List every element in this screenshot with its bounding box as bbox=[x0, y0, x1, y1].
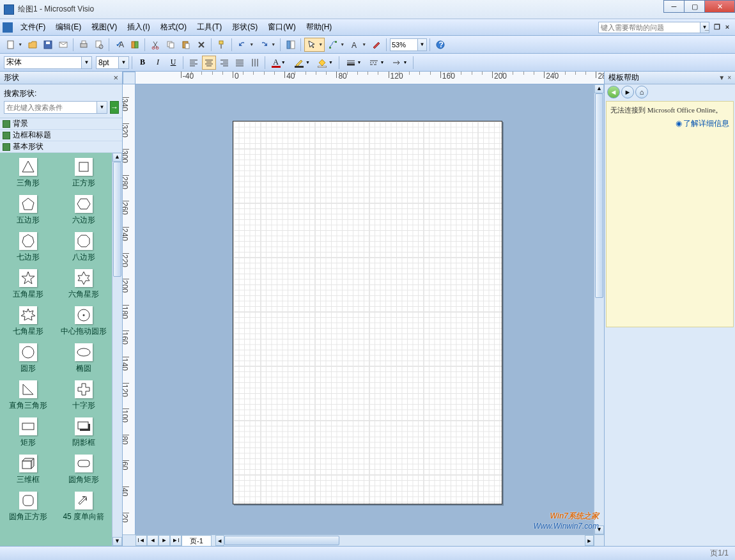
shape-item[interactable]: 五角星形 bbox=[1, 267, 56, 302]
font-size-input[interactable] bbox=[96, 56, 119, 69]
cut-button[interactable] bbox=[148, 38, 162, 52]
redo-button[interactable]: ▼ bbox=[257, 38, 277, 52]
align-justify-button[interactable] bbox=[233, 56, 247, 70]
shape-item[interactable]: 正方形 bbox=[57, 155, 111, 191]
undo-button[interactable]: ▼ bbox=[235, 38, 256, 52]
maximize-button[interactable]: ▢ bbox=[684, 0, 705, 13]
delete-button[interactable] bbox=[194, 38, 208, 52]
last-page-button[interactable]: ►I bbox=[170, 535, 182, 546]
underline-button[interactable]: U bbox=[166, 56, 180, 70]
shape-item[interactable]: 圆形 bbox=[1, 341, 56, 377]
align-right-button[interactable] bbox=[217, 56, 231, 70]
font-name-dropdown[interactable]: ▼ bbox=[82, 56, 92, 69]
close-button[interactable]: ✕ bbox=[704, 0, 735, 13]
menu-insert[interactable]: 插入(I) bbox=[122, 20, 155, 34]
scroll-thumb[interactable] bbox=[595, 93, 603, 298]
menu-help[interactable]: 帮助(H) bbox=[301, 20, 337, 34]
shape-item[interactable]: 六边形 bbox=[57, 192, 111, 228]
next-page-button[interactable]: ► bbox=[159, 535, 170, 546]
menu-edit[interactable]: 编辑(E) bbox=[50, 20, 86, 34]
bold-button[interactable]: B bbox=[135, 56, 150, 70]
search-go-button[interactable]: → bbox=[110, 101, 119, 114]
font-name-input[interactable] bbox=[4, 56, 82, 69]
font-color-button[interactable]: A▼ bbox=[268, 56, 290, 70]
shape-item[interactable]: 七角星形 bbox=[1, 304, 56, 339]
line-weight-button[interactable]: ▼ bbox=[343, 56, 364, 70]
doc-minimize-button[interactable]: _ bbox=[703, 24, 711, 31]
fill-color-button[interactable]: ▼ bbox=[314, 56, 336, 70]
shape-item[interactable]: 八边形 bbox=[57, 229, 111, 265]
system-menu-icon[interactable] bbox=[3, 22, 13, 33]
doc-restore-button[interactable]: ❐ bbox=[713, 24, 721, 31]
shape-item[interactable]: 阴影框 bbox=[57, 415, 111, 451]
zoom-input[interactable] bbox=[390, 38, 418, 51]
menu-file[interactable]: 文件(F) bbox=[15, 20, 50, 34]
scroll-left-icon[interactable]: ◄ bbox=[215, 535, 224, 546]
help-button[interactable]: ? bbox=[433, 38, 447, 52]
ink-tool-button[interactable] bbox=[369, 38, 383, 52]
vertical-ruler[interactable]: 3403203002802602402202001801601401201008… bbox=[123, 84, 135, 534]
connector-tool-button[interactable]: ▼ bbox=[326, 38, 346, 52]
line-ends-button[interactable]: ▼ bbox=[389, 56, 410, 70]
drawing-page[interactable] bbox=[233, 121, 502, 504]
shape-item[interactable]: 十字形 bbox=[57, 378, 111, 414]
stencil-basic-shapes[interactable]: 基本形状 bbox=[0, 141, 122, 153]
align-center-button[interactable] bbox=[202, 56, 216, 70]
minimize-button[interactable]: ─ bbox=[663, 0, 685, 13]
shapes-window-button[interactable] bbox=[284, 38, 298, 52]
scroll-up-icon[interactable]: ▲ bbox=[594, 84, 604, 93]
menu-format[interactable]: 格式(O) bbox=[155, 20, 192, 34]
menu-view[interactable]: 视图(V) bbox=[86, 20, 122, 34]
shape-item[interactable]: 中心拖动圆形 bbox=[57, 304, 111, 339]
help-panel-dropdown-icon[interactable]: ▼ bbox=[718, 74, 725, 81]
shape-item[interactable]: 直角三角形 bbox=[1, 378, 56, 414]
menu-window[interactable]: 窗口(W) bbox=[263, 20, 300, 34]
shape-item[interactable]: 椭圆 bbox=[57, 341, 111, 377]
search-shapes-dropdown[interactable]: ▼ bbox=[97, 101, 107, 114]
help-forward-button[interactable]: ► bbox=[621, 86, 634, 98]
menu-tools[interactable]: 工具(T) bbox=[192, 20, 227, 34]
line-pattern-button[interactable]: ▼ bbox=[366, 56, 387, 70]
shape-item[interactable]: 三维框 bbox=[1, 452, 56, 488]
stencil-borders-titles[interactable]: 边框和标题 bbox=[0, 130, 122, 141]
vertical-scrollbar[interactable]: ▲ ▼ bbox=[594, 84, 604, 534]
doc-close-button[interactable]: × bbox=[723, 24, 731, 31]
italic-button[interactable]: I bbox=[151, 56, 165, 70]
help-search-input[interactable] bbox=[598, 22, 700, 33]
print-preview-button[interactable] bbox=[92, 38, 106, 52]
stencil-backgrounds[interactable]: 背景 bbox=[0, 118, 122, 130]
shape-item[interactable]: 三角形 bbox=[1, 155, 56, 191]
print-button[interactable] bbox=[77, 38, 91, 52]
spelling-button[interactable]: ✓AB bbox=[112, 38, 127, 52]
research-button[interactable] bbox=[128, 38, 142, 52]
line-color-button[interactable]: ▼ bbox=[291, 56, 313, 70]
copy-button[interactable] bbox=[164, 38, 178, 52]
text-tool-button[interactable]: A▼ bbox=[348, 38, 368, 52]
shapes-panel-close-icon[interactable]: × bbox=[113, 73, 118, 82]
scroll-thumb[interactable] bbox=[113, 162, 121, 277]
prev-page-button[interactable]: ◄ bbox=[147, 535, 159, 546]
scroll-down-icon[interactable]: ▼ bbox=[112, 537, 122, 546]
paste-button[interactable] bbox=[179, 38, 193, 52]
shape-item[interactable]: 圆角正方形 bbox=[1, 489, 56, 525]
shapes-scrollbar[interactable]: ▲ ▼ bbox=[112, 153, 122, 546]
shape-item[interactable]: 矩形 bbox=[1, 415, 56, 451]
font-size-dropdown[interactable]: ▼ bbox=[119, 56, 129, 69]
menu-shape[interactable]: 形状(S) bbox=[227, 20, 263, 34]
scroll-up-icon[interactable]: ▲ bbox=[112, 153, 122, 162]
scroll-right-icon[interactable]: ► bbox=[585, 535, 594, 546]
first-page-button[interactable]: I◄ bbox=[135, 535, 147, 546]
shape-item[interactable]: 七边形 bbox=[1, 229, 56, 265]
distribute-button[interactable] bbox=[248, 56, 262, 70]
shape-item[interactable]: 45 度单向箭 bbox=[57, 489, 111, 525]
shape-item[interactable]: 六角星形 bbox=[57, 267, 111, 302]
horizontal-scrollbar[interactable]: ◄ ► bbox=[215, 535, 594, 546]
zoom-dropdown[interactable]: ▼ bbox=[418, 38, 427, 51]
save-button[interactable] bbox=[41, 38, 55, 52]
new-button[interactable]: ▼ bbox=[4, 38, 24, 52]
horizontal-ruler[interactable]: -4004080120160200240280320360400440480 bbox=[135, 72, 604, 84]
email-button[interactable] bbox=[56, 38, 70, 52]
page-tab[interactable]: 页-1 bbox=[182, 535, 212, 546]
help-panel-close-icon[interactable]: × bbox=[727, 74, 731, 81]
scroll-thumb[interactable] bbox=[224, 536, 339, 545]
